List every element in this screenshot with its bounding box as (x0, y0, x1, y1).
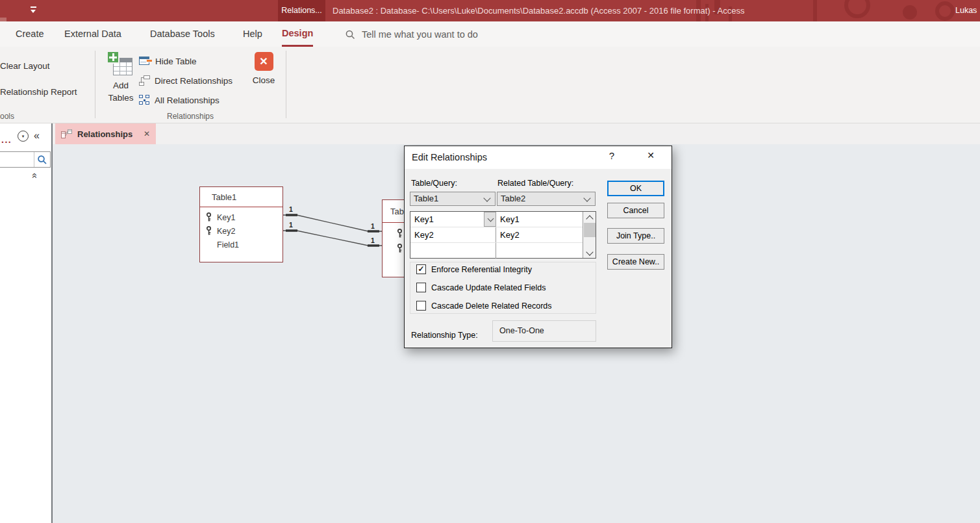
chevron-double-up-icon[interactable]: « (30, 173, 41, 178)
primary-key-icon (397, 229, 403, 238)
add-tables-label-line2: Tables (108, 92, 133, 104)
collapse-pane-icon[interactable]: « (34, 130, 40, 142)
grid-cell-right-2[interactable] (496, 243, 583, 259)
ribbon-tab-help[interactable]: Help (243, 21, 262, 47)
search-icon (345, 29, 355, 40)
checkbox[interactable]: ✓ (416, 264, 426, 274)
search-button[interactable] (34, 152, 50, 167)
account-user-name[interactable]: Lukas (955, 0, 977, 21)
customize-quick-access-toolbar-icon[interactable] (30, 6, 38, 14)
checkbox[interactable] (416, 301, 426, 311)
primary-key-icon (206, 226, 212, 236)
grid-cell-left-1[interactable]: Key2 (410, 227, 496, 243)
chevron-down-icon (488, 216, 494, 222)
table1-field-field1[interactable]: Field1 (200, 238, 283, 251)
related-table-query-value: Table2 (501, 194, 525, 203)
tell-me-label: Tell me what you want to do (362, 29, 478, 40)
ribbon: Clear Layout Relationship Report ools Ad… (0, 47, 980, 123)
dialog-title-bar: Edit Relationships ? ✕ (405, 146, 672, 169)
direct-relationships-icon (139, 75, 150, 86)
checkbox-label: Cascade Update Related Fields (431, 283, 546, 292)
ribbon-tab-create[interactable]: Create (16, 21, 44, 47)
edit-relationships-dialog: Edit Relationships ? ✕ Table/Query: Rela… (404, 146, 672, 348)
relationship-type-label: Relationship Type: (411, 331, 478, 340)
nav-pane-menu-button[interactable]: ▾ (18, 131, 29, 142)
scrollbar-thumb[interactable] (584, 223, 596, 237)
tell-me-search[interactable]: Tell me what you want to do (345, 21, 478, 47)
relationships-icon (61, 129, 72, 139)
all-relationships-button[interactable]: All Relationships (139, 92, 220, 108)
titlebar-art (813, 0, 817, 21)
direct-relationships-label: Direct Relationships (155, 76, 232, 86)
grid-cell-right-1[interactable]: Key2 (496, 227, 583, 243)
cascade-update-checkbox[interactable]: Cascade Update Related Fields (416, 283, 546, 292)
relationships-group-label: Relationships (95, 112, 286, 121)
relationship-type-value: One-To-One (492, 320, 596, 342)
hide-table-button[interactable]: Hide Table (139, 53, 197, 69)
table1-field-key1[interactable]: Key1 (200, 210, 283, 224)
field-name: Key2 (217, 227, 236, 236)
grid-cell-right-0[interactable]: Key1 (496, 212, 583, 227)
checkbox-label: Cascade Delete Related Records (431, 301, 552, 311)
ribbon-tab-row: Create External Data Database Tools Help… (0, 21, 980, 47)
help-button[interactable]: ? (605, 150, 619, 161)
plus-icon (108, 52, 118, 62)
ok-button[interactable]: OK (607, 181, 664, 196)
join-type-button[interactable]: Join Type.. (607, 228, 664, 244)
ribbon-tab-external-data[interactable]: External Data (64, 21, 121, 47)
cell-dropdown-button[interactable] (484, 212, 496, 227)
titlebar-art (935, 1, 955, 21)
ribbon-group-divider (95, 51, 95, 118)
cancel-button[interactable]: Cancel (607, 203, 664, 218)
grid-cell-value: Key2 (414, 230, 434, 240)
search-icon (37, 155, 47, 165)
scroll-down-icon[interactable] (583, 248, 596, 258)
create-new-button[interactable]: Create New.. (607, 254, 664, 270)
window-title: Database2 : Database- C:\Users\Luke\Docu… (333, 0, 744, 21)
table-query-dropdown[interactable]: Table1 (410, 192, 496, 206)
cascade-delete-checkbox[interactable]: Cascade Delete Related Records (416, 301, 552, 311)
primary-key-icon (206, 212, 212, 222)
search-input[interactable] (0, 152, 34, 167)
table-query-label: Table/Query: (411, 179, 457, 188)
nav-pane-title-overflow: ... (1, 134, 12, 145)
hide-table-label: Hide Table (155, 57, 197, 66)
document-tab-strip: Relationships ✕ (53, 123, 980, 144)
checkbox[interactable] (416, 283, 426, 292)
clear-layout-button[interactable]: Clear Layout (0, 61, 50, 71)
chevron-down-icon (483, 194, 490, 201)
add-tables-label-line1: Add (113, 79, 129, 92)
enforce-referential-integrity-checkbox[interactable]: ✓ Enforce Referential Integrity (416, 264, 532, 274)
grid-cell-left-2[interactable] (410, 243, 496, 259)
scroll-up-icon[interactable] (583, 212, 596, 222)
nav-search-box (0, 151, 51, 168)
table1-field-key2[interactable]: Key2 (200, 224, 283, 238)
cardinality-label: 1 (371, 222, 375, 230)
close-button[interactable]: ✕ Close (247, 52, 281, 86)
cardinality-label: 1 (289, 221, 293, 229)
table1-title[interactable]: Table1 (200, 187, 283, 207)
close-label: Close (253, 74, 275, 86)
contextual-tab-group-label[interactable]: Relations... (278, 0, 325, 21)
navigation-pane: ... ▾ « « (0, 123, 53, 523)
tab-close-icon[interactable]: ✕ (144, 129, 150, 138)
ribbon-tab-design[interactable]: Design (282, 21, 313, 47)
close-icon[interactable]: ✕ (644, 150, 658, 160)
tab-relationships[interactable]: Relationships ✕ (55, 123, 156, 144)
cardinality-label: 1 (289, 205, 293, 213)
table-window-table1[interactable]: Table1 Key1 Key2 Field1 (199, 186, 283, 262)
related-table-query-dropdown[interactable]: Table2 (497, 192, 596, 206)
all-relationships-icon (139, 95, 150, 105)
related-table-query-label: Related Table/Query: (497, 179, 573, 188)
direct-relationships-button[interactable]: Direct Relationships (139, 73, 232, 88)
relationship-report-button[interactable]: Relationship Report (0, 87, 77, 97)
chevron-down-icon (583, 194, 590, 201)
quick-access-partial-icon (0, 18, 6, 21)
add-tables-button[interactable]: Add Tables (103, 52, 139, 104)
grid-cell-left-0[interactable]: Key1 (410, 212, 496, 227)
ribbon-group-divider (286, 51, 286, 118)
grid-scrollbar[interactable] (583, 212, 596, 258)
tab-relationships-label: Relationships (77, 129, 138, 139)
ribbon-tab-database-tools[interactable]: Database Tools (150, 21, 215, 47)
checkbox-label: Enforce Referential Integrity (431, 265, 532, 274)
